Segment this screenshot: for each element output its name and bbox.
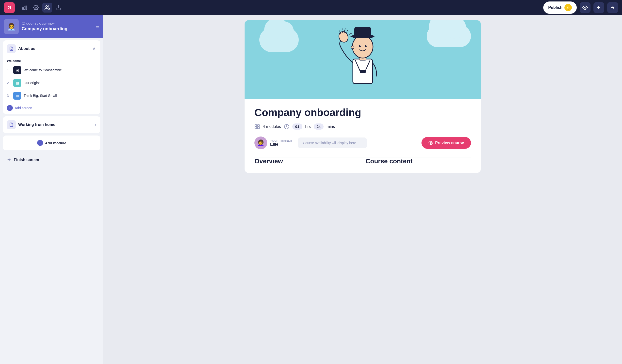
screen-item-2[interactable]: 2 ▤ Our origins ⋮ <box>3 77 100 89</box>
main-layout: 🧑‍💼 COURSE OVERVIEW Company onboarding ☰… <box>0 15 622 364</box>
duration-hrs: 01 <box>292 123 302 130</box>
svg-point-23 <box>338 30 350 43</box>
screen-name-2: Our origins <box>24 81 89 85</box>
module-collapse-button[interactable]: ∨ <box>91 45 97 52</box>
overview-section: Overview Course content <box>245 157 481 173</box>
hrs-label: hrs <box>305 124 311 129</box>
finish-screen-label: Finish screen <box>14 158 39 162</box>
preview-eye-icon <box>428 140 433 145</box>
settings-icon-btn[interactable] <box>31 3 41 13</box>
svg-point-21 <box>366 45 367 46</box>
clock-icon <box>284 124 289 129</box>
trainer-details: YOUR TRAINER Ellie <box>270 139 292 147</box>
monitor-icon <box>22 22 25 25</box>
add-module-button[interactable]: + Add module <box>3 135 100 150</box>
users-icon-btn[interactable] <box>42 3 52 13</box>
course-preview-card: Company onboarding 4 modules 01 hrs 24 m… <box>245 20 481 173</box>
back-button[interactable] <box>593 2 604 13</box>
module-actions-about-us: ⋯ ∨ <box>84 45 97 52</box>
course-meta: 4 modules 01 hrs 24 mins <box>254 123 471 130</box>
preview-icon-btn[interactable] <box>580 2 590 13</box>
finish-screen-item[interactable]: ✦ Finish screen <box>3 153 100 167</box>
course-overview-label: COURSE OVERVIEW <box>22 22 93 25</box>
course-menu-button[interactable]: ☰ <box>96 24 99 29</box>
svg-point-15 <box>352 36 373 58</box>
logo-text: G <box>7 5 11 11</box>
duration-mins: 24 <box>314 123 324 130</box>
share-icon <box>56 5 61 10</box>
add-screen-plus-icon: + <box>7 105 13 111</box>
course-content-title: Course content <box>366 157 471 165</box>
svg-rect-27 <box>258 127 259 128</box>
module-working-from-home[interactable]: Working from home › <box>3 116 100 133</box>
svg-rect-7 <box>22 22 25 24</box>
arrow-left-icon <box>596 5 601 10</box>
nav-right-actions: Publish 🔔 <box>543 1 618 14</box>
course-header-text: COURSE OVERVIEW Company onboarding <box>22 22 93 32</box>
screen-name-1: Welcome to Coassemble <box>24 68 89 72</box>
svg-rect-26 <box>255 127 257 128</box>
course-overview-header[interactable]: 🧑‍💼 COURSE OVERVIEW Company onboarding ☰ <box>0 15 103 38</box>
screen-item-1[interactable]: 1 ▣ Welcome to Coassemble ⋮ <box>3 64 100 77</box>
analytics-icon <box>22 5 27 10</box>
add-screen-button[interactable]: + Add screen <box>3 102 100 114</box>
content-area: Company onboarding 4 modules 01 hrs 24 m… <box>103 15 622 364</box>
svg-rect-25 <box>258 124 259 126</box>
svg-point-3 <box>35 7 37 8</box>
arrow-right-icon <box>610 5 615 10</box>
module-title-wfh: Working from home <box>18 122 93 127</box>
module-title-about-us: About us <box>18 46 81 51</box>
waving-character-svg <box>331 22 395 96</box>
screen-name-3: Think Big, Start Small <box>24 94 89 98</box>
forward-button[interactable] <box>607 2 618 13</box>
preview-course-label: Preview course <box>435 141 464 145</box>
svg-point-6 <box>584 7 586 8</box>
add-module-label: Add module <box>45 141 66 145</box>
course-main-title: Company onboarding <box>254 107 471 118</box>
course-thumbnail: 🧑‍💼 <box>4 19 19 34</box>
svg-point-20 <box>360 45 361 46</box>
add-module-plus-icon: + <box>37 140 43 146</box>
preview-course-button[interactable]: Preview course <box>422 137 471 149</box>
screen-number-1: 1 <box>7 68 11 72</box>
availability-box: Course availability will display here <box>298 137 367 148</box>
app-logo[interactable]: G <box>4 2 15 13</box>
trainer-name: Ellie <box>270 142 292 147</box>
cloud-right <box>427 25 471 47</box>
svg-point-4 <box>46 6 47 7</box>
module-header-about-us: About us ⋯ ∨ <box>3 40 100 57</box>
trainer-row: 👩‍🦱 YOUR TRAINER Ellie Course availabili… <box>254 136 471 149</box>
screen-item-3[interactable]: 3 ▦ Think Big, Start Small ⋮ <box>3 89 100 102</box>
screen-number-3: 3 <box>7 94 11 98</box>
trainer-label: YOUR TRAINER <box>270 139 292 142</box>
section-label-welcome: Welcome <box>3 57 100 64</box>
mins-label: mins <box>327 124 335 129</box>
modules-icon <box>254 124 260 129</box>
svg-point-29 <box>430 142 431 144</box>
chevron-right-icon: › <box>95 122 97 127</box>
character-illustration <box>331 22 395 97</box>
screen-number-2: 2 <box>7 81 11 85</box>
overview-title: Overview <box>254 157 360 165</box>
document-icon-wfh <box>9 122 14 127</box>
modules-count: 4 modules <box>263 124 281 129</box>
module-icon-about-us <box>7 44 16 53</box>
screen-icon-1: ▣ <box>13 66 21 74</box>
trainer-avatar: 👩‍🦱 <box>254 136 267 149</box>
publish-button[interactable]: Publish 🔔 <box>543 1 577 14</box>
svg-rect-24 <box>255 124 257 126</box>
svg-rect-0 <box>23 8 24 9</box>
document-icon <box>9 46 14 51</box>
module-more-button[interactable]: ⋯ <box>84 45 90 52</box>
screen-icon-2: ▤ <box>13 79 21 87</box>
add-screen-label: Add screen <box>15 106 32 110</box>
sidebar: 🧑‍💼 COURSE OVERVIEW Company onboarding ☰… <box>0 15 103 364</box>
svg-point-22 <box>351 46 354 49</box>
svg-rect-1 <box>24 7 25 9</box>
svg-rect-2 <box>26 6 27 10</box>
analytics-icon-btn[interactable] <box>20 3 30 13</box>
trainer-info: 👩‍🦱 YOUR TRAINER Ellie <box>254 136 292 149</box>
share-icon-btn[interactable] <box>54 3 63 13</box>
section-header-row: Overview Course content <box>254 157 471 165</box>
sidebar-course-title: Company onboarding <box>22 26 93 32</box>
